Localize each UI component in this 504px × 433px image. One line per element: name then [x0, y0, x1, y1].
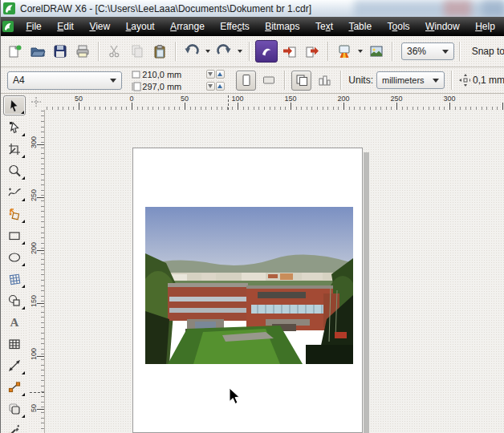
chevron-down-icon: [110, 79, 116, 83]
ruler-label: 250: [30, 192, 38, 201]
toolbar-separator: [392, 42, 393, 61]
flyout-indicator: [22, 371, 25, 374]
menu-item-effects[interactable]: Effects: [217, 19, 252, 34]
straight-line-connector-tool[interactable]: [3, 377, 26, 397]
drawing-window[interactable]: [44, 110, 504, 433]
application-launcher-icon: [336, 43, 352, 59]
graph-paper-tool-icon: [7, 272, 22, 286]
units-value: millimeters: [382, 75, 425, 85]
flyout-indicator: [22, 306, 25, 310]
export-icon: [304, 43, 320, 59]
blend-tool[interactable]: [3, 399, 26, 419]
parallel-dimension-tool[interactable]: [3, 355, 26, 375]
flyout-indicator: [22, 176, 25, 180]
basic-shapes-tool[interactable]: [3, 290, 26, 310]
all-pages-button[interactable]: [291, 71, 311, 91]
menu-item-text[interactable]: Text: [312, 19, 336, 34]
straight-line-connector-tool-icon: [7, 380, 22, 395]
table-tool[interactable]: [3, 334, 26, 354]
welcome-screen-icon: [368, 43, 384, 59]
landscape-button[interactable]: [258, 71, 278, 91]
flyout-indicator: [22, 263, 25, 266]
save-button[interactable]: [50, 41, 71, 62]
freehand-tool[interactable]: [3, 182, 26, 202]
spin-down-button[interactable]: [206, 82, 215, 91]
redo-arrow-icon: [216, 43, 232, 59]
menu-item-edit[interactable]: Edit: [54, 19, 77, 34]
mouse-cursor: [229, 387, 241, 406]
import-button[interactable]: [279, 41, 300, 62]
rectangle-tool[interactable]: [3, 225, 26, 245]
ruler-label: 200: [30, 245, 38, 254]
welcome-screen-button[interactable]: [366, 41, 387, 62]
shape-tool[interactable]: [3, 117, 26, 137]
titlebar-glass-artifact: [482, 0, 504, 17]
graph-paper-tool[interactable]: [3, 269, 26, 289]
flyout-indicator: [22, 415, 25, 418]
flyout-indicator: [22, 133, 25, 136]
text-tool-icon: A: [7, 315, 22, 330]
undo-dropdown-arrow[interactable]: [205, 50, 210, 53]
menu-item-layout[interactable]: Layout: [123, 19, 158, 34]
cut-button[interactable]: [104, 41, 125, 62]
undo-button[interactable]: [181, 41, 202, 62]
menu-item-table[interactable]: Table: [345, 19, 375, 34]
coreldraw-menu-icon: [2, 21, 14, 32]
menu-item-bitmaps[interactable]: Bitmaps: [262, 19, 303, 34]
print-button[interactable]: [72, 41, 93, 62]
all-pages-icon: [295, 73, 309, 87]
launcher-dropdown-arrow[interactable]: [358, 50, 363, 53]
horizontal-ruler[interactable]: 50 0 50 100 150 200 250 300: [44, 94, 504, 110]
page-height-spinners: [206, 82, 225, 91]
toolbar-separator: [327, 42, 329, 61]
menu-item-file[interactable]: File: [22, 19, 44, 34]
redo-button[interactable]: [213, 41, 234, 62]
page-height-field[interactable]: 297,0 mm: [142, 82, 189, 91]
application-launcher-button[interactable]: [334, 41, 355, 62]
redo-dropdown-arrow[interactable]: [238, 50, 242, 53]
ellipse-tool[interactable]: [3, 247, 26, 267]
import-icon: [282, 43, 298, 59]
open-folder-icon: [30, 43, 46, 59]
new-document-button[interactable]: [5, 41, 26, 62]
current-page-button[interactable]: [314, 71, 334, 91]
export-button[interactable]: [302, 41, 323, 62]
crop-tool[interactable]: [3, 139, 26, 159]
ruler-origin[interactable]: [28, 94, 44, 110]
page-width-field[interactable]: 210,0 mm: [142, 70, 189, 79]
color-eyedropper-tool[interactable]: [3, 420, 26, 433]
toolbar-separator: [340, 71, 342, 90]
current-page-icon: [317, 73, 331, 87]
paste-button[interactable]: [149, 41, 170, 62]
nudge-offset-field[interactable]: 0,1 mm: [473, 75, 504, 86]
units-combo[interactable]: millimeters: [376, 71, 445, 89]
portrait-button[interactable]: [236, 71, 256, 91]
snap-to-button[interactable]: Snap to: [472, 46, 504, 57]
page-size-combo[interactable]: A4: [7, 71, 122, 90]
menu-item-window[interactable]: Window: [422, 19, 463, 34]
menu-item-arrange[interactable]: Arrange: [167, 19, 208, 34]
spin-down-button[interactable]: [206, 70, 215, 79]
zoom-tool[interactable]: [3, 160, 26, 180]
pick-tool[interactable]: [3, 95, 26, 115]
menu-item-help[interactable]: Help: [472, 19, 498, 34]
menu-item-tools[interactable]: Tools: [384, 19, 413, 34]
standard-toolbar: 36% Snap to: [1, 36, 504, 67]
vertical-ruler[interactable]: 300 250 200 150 100 50: [28, 110, 44, 433]
copy-button[interactable]: [127, 41, 148, 62]
search-content-button[interactable]: [255, 40, 278, 63]
text-tool[interactable]: A: [3, 312, 26, 332]
page-shadow: [364, 152, 369, 433]
ruler-label: 300: [443, 95, 455, 103]
title-bar[interactable]: CorelDRAW X6 - [C:\Users\LeeLaaa\Documen…: [1, 0, 504, 18]
smart-fill-tool[interactable]: [3, 204, 26, 224]
open-button[interactable]: [27, 41, 48, 62]
menu-item-view[interactable]: View: [86, 19, 113, 34]
spin-up-button[interactable]: [216, 70, 225, 79]
pick-tool-icon: [7, 99, 22, 113]
zoom-level-combo[interactable]: 36%: [401, 42, 454, 60]
placed-photo-building[interactable]: [145, 207, 353, 364]
page[interactable]: [132, 148, 363, 433]
page-width-icon: [132, 70, 142, 79]
spin-up-button[interactable]: [216, 82, 225, 91]
